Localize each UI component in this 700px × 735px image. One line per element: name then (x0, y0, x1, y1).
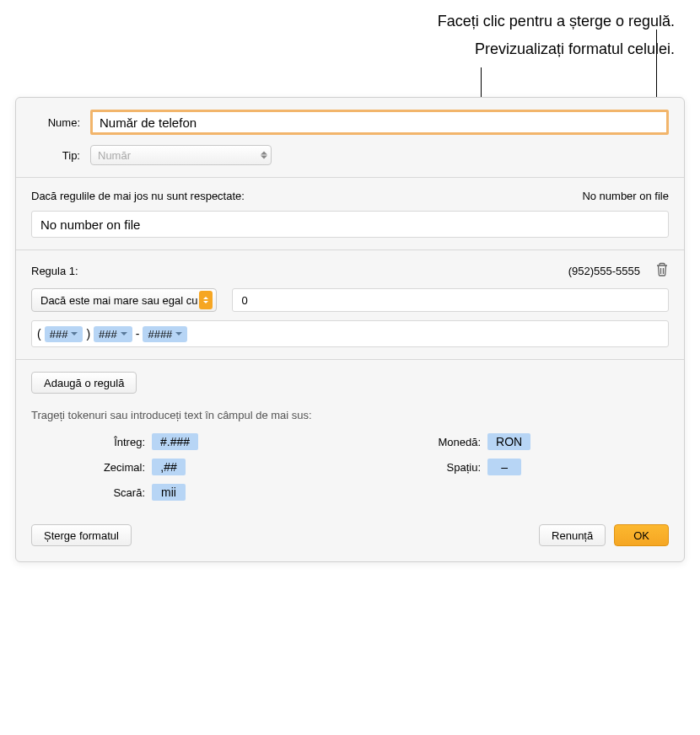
token-text: ### (99, 328, 117, 341)
cancel-button[interactable]: Renunță (539, 524, 606, 546)
chevron-updown-icon (261, 152, 267, 159)
type-label: Tip: (31, 149, 90, 162)
chevron-down-icon (175, 332, 182, 335)
currency-token-label: Monedă: (417, 436, 481, 448)
fallback-input-value: No number on file (40, 217, 140, 232)
custom-format-dialog: Nume: Tip: Număr Dacă regulile de mai jo… (15, 97, 685, 562)
scale-token-label: Scară: (82, 486, 145, 499)
name-label: Nume: (31, 116, 90, 129)
integer-token-label: Întreg: (82, 436, 145, 448)
type-select-value: Număr (98, 149, 131, 162)
fallback-preview: No number on file (582, 190, 669, 202)
space-token[interactable]: – (487, 459, 521, 475)
decimal-token[interactable]: ,## (152, 459, 186, 475)
delete-format-button[interactable]: Șterge formatul (31, 524, 132, 546)
condition-value-input[interactable]: 0 (232, 288, 669, 312)
name-input[interactable] (90, 110, 669, 135)
decimal-token-label: Zecimal: (82, 461, 145, 474)
token-text: #### (148, 328, 172, 341)
fallback-heading: Dacă regulile de mai jos nu sunt respect… (31, 190, 245, 202)
condition-value: Dacă este mai mare sau egal cu (40, 294, 197, 307)
fallback-input[interactable]: No number on file (31, 211, 669, 238)
ok-label: OK (633, 529, 649, 542)
pattern-token-3[interactable]: #### (143, 326, 187, 342)
scale-token[interactable]: mii (152, 484, 186, 501)
pattern-token-1[interactable]: ### (45, 326, 83, 342)
token-help-text: Trageți tokenuri sau introduceți text în… (31, 409, 669, 421)
chevron-updown-icon (199, 291, 213, 309)
callout-area: Faceți clic pentru a șterge o regulă. Pr… (0, 0, 700, 93)
chevron-down-icon (121, 332, 127, 335)
condition-value-text: 0 (241, 294, 247, 307)
chevron-down-icon (71, 332, 78, 335)
pattern-open-paren: ( (37, 327, 41, 341)
space-token-label: Spațiu: (417, 461, 481, 474)
add-rule-label: Adaugă o regulă (44, 377, 124, 389)
add-rule-button[interactable]: Adaugă o regulă (31, 372, 137, 394)
pattern-separator: - (136, 327, 140, 341)
ok-button[interactable]: OK (614, 524, 669, 546)
rule-title: Regula 1: (31, 265, 78, 277)
currency-token[interactable]: RON (487, 433, 530, 450)
trash-icon[interactable] (655, 262, 669, 280)
callout-preview-format: Previzualizați formatul celulei. (0, 40, 675, 58)
type-select[interactable]: Număr (90, 145, 272, 165)
callout-delete-rule: Faceți clic pentru a șterge o regulă. (0, 13, 675, 30)
pattern-token-2[interactable]: ### (94, 326, 132, 342)
rule-preview: (952)555-5555 (568, 265, 640, 277)
condition-select[interactable]: Dacă este mai mare sau egal cu (31, 288, 217, 312)
pattern-close-paren: ) (86, 327, 90, 341)
cancel-label: Renunță (552, 529, 593, 542)
token-text: ### (50, 328, 68, 341)
integer-token[interactable]: #.### (152, 433, 198, 450)
delete-format-label: Șterge formatul (44, 529, 119, 542)
pattern-input[interactable]: ( ### ) ### - #### (31, 320, 669, 347)
